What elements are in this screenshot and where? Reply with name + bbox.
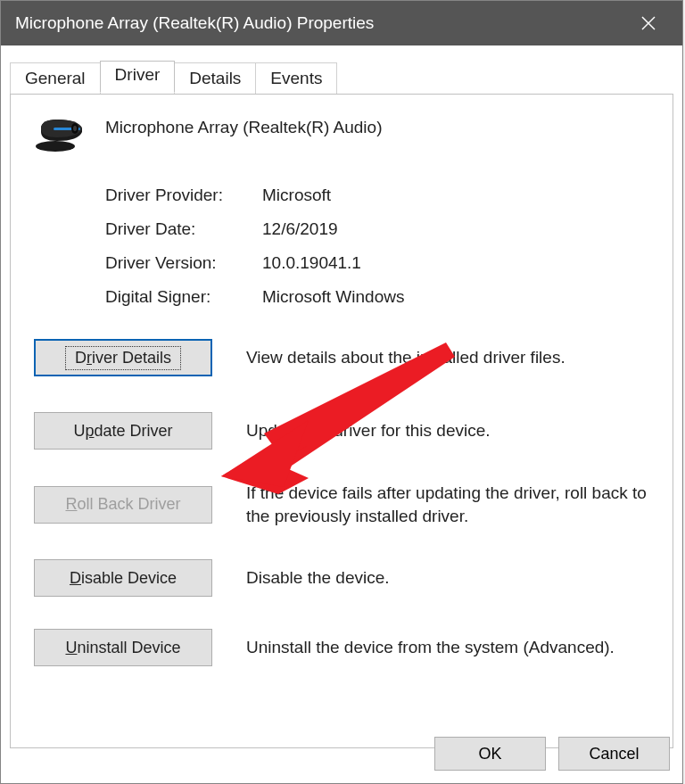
dis-post: isable Device — [81, 569, 177, 587]
ud-u: p — [85, 422, 94, 440]
tab-content-driver: Microphone Array (Realtek(R) Audio) Driv… — [10, 94, 673, 748]
tab-general[interactable]: General — [10, 62, 101, 95]
date-label: Driver Date: — [105, 219, 262, 239]
update-driver-desc: Update the driver for this device. — [246, 419, 655, 442]
provider-label: Driver Provider: — [105, 186, 262, 205]
signer-label: Digital Signer: — [105, 287, 262, 307]
disable-desc: Disable the device. — [246, 566, 655, 590]
signer-value: Microsoft Windows — [262, 287, 404, 307]
svg-point-2 — [36, 141, 75, 152]
info-row-provider: Driver Provider: Microsoft — [105, 186, 655, 205]
rb-post: oll Back Driver — [77, 495, 180, 513]
row-update-driver: Update Driver Update the driver for this… — [34, 412, 655, 450]
ok-button[interactable]: OK — [434, 737, 546, 771]
close-icon — [640, 15, 656, 31]
titlebar: Microphone Array (Realtek(R) Audio) Prop… — [1, 1, 682, 45]
un-u: U — [65, 639, 77, 656]
version-label: Driver Version: — [105, 253, 262, 273]
dd-pre: D — [75, 349, 87, 367]
driver-details-button[interactable]: Driver Details — [34, 339, 212, 376]
provider-value: Microsoft — [262, 186, 331, 205]
tab-details[interactable]: Details — [174, 62, 256, 95]
info-row-version: Driver Version: 10.0.19041.1 — [105, 253, 655, 273]
tab-strip: General Driver Details Events — [10, 62, 682, 95]
info-row-signer: Digital Signer: Microsoft Windows — [105, 287, 655, 307]
roll-back-desc: If the device fails after updating the d… — [246, 482, 655, 527]
webcam-device-icon — [34, 116, 86, 153]
close-button[interactable] — [629, 4, 668, 43]
uninstall-device-button[interactable]: Uninstall Device — [34, 629, 212, 666]
tab-driver[interactable]: Driver — [100, 61, 176, 93]
info-row-date: Driver Date: 12/6/2019 — [105, 219, 655, 239]
cancel-button[interactable]: Cancel — [558, 737, 670, 771]
tab-events[interactable]: Events — [255, 62, 337, 95]
dialog-bottom-buttons: OK Cancel — [434, 737, 670, 771]
update-driver-button[interactable]: Update Driver — [34, 412, 212, 450]
ud-pre: U — [73, 422, 85, 440]
driver-details-desc: View details about the installed driver … — [246, 346, 655, 369]
driver-info-grid: Driver Provider: Microsoft Driver Date: … — [105, 186, 655, 307]
svg-point-5 — [73, 126, 77, 131]
un-post: ninstall Device — [77, 639, 180, 656]
rb-u: R — [65, 495, 77, 513]
dis-u: D — [70, 569, 81, 587]
row-driver-details: Driver Details View details about the in… — [34, 339, 655, 376]
dd-post: iver Details — [92, 349, 171, 367]
version-value: 10.0.19041.1 — [262, 253, 361, 273]
device-name-text: Microphone Array (Realtek(R) Audio) — [105, 112, 382, 137]
row-uninstall: Uninstall Device Uninstall the device fr… — [34, 629, 655, 666]
date-value: 12/6/2019 — [262, 219, 338, 239]
disable-device-button[interactable]: Disable Device — [34, 559, 212, 597]
window-title: Microphone Array (Realtek(R) Audio) Prop… — [15, 13, 629, 33]
row-roll-back: Roll Back Driver If the device fails aft… — [34, 482, 655, 527]
device-header: Microphone Array (Realtek(R) Audio) — [34, 112, 655, 153]
properties-window: Microphone Array (Realtek(R) Audio) Prop… — [0, 0, 683, 784]
row-disable: Disable Device Disable the device. — [34, 559, 655, 597]
roll-back-driver-button: Roll Back Driver — [34, 486, 212, 524]
uninstall-desc: Uninstall the device from the system (Ad… — [246, 636, 655, 659]
ud-post: date Driver — [94, 422, 172, 440]
